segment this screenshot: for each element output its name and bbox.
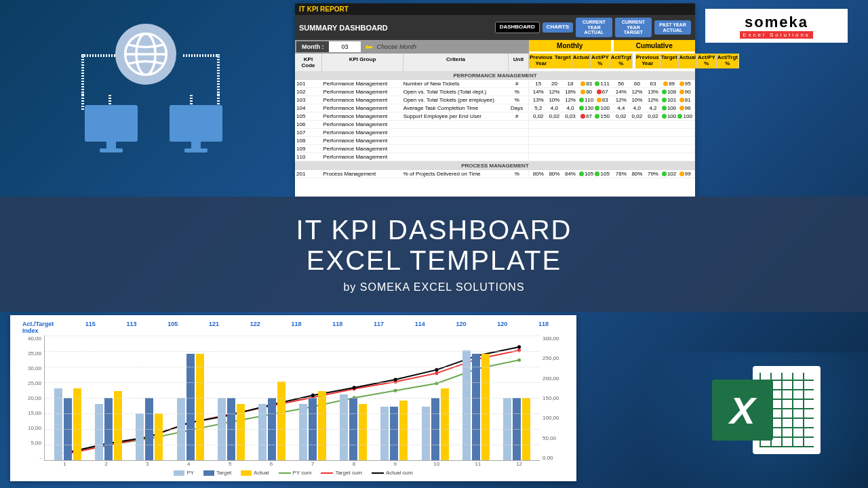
monitor-icon <box>170 105 222 152</box>
table-row: 104Performance ManagementAverage Task Co… <box>295 104 695 113</box>
table-row: 105Performance ManagementSupport Employe… <box>295 113 695 121</box>
arrow-left-icon: ⬅ <box>365 41 373 52</box>
col-criteria: Criteria <box>403 54 509 71</box>
month-value[interactable]: 03 <box>329 41 360 52</box>
col-target: Target <box>554 54 572 68</box>
col-kpi-group: KPI Group <box>322 54 403 71</box>
monthly-header: Monthly <box>529 40 611 52</box>
table-row: 201Process Management% of Projects Deliv… <box>295 170 695 178</box>
nav-cy-target[interactable]: CURRENT YEAR TARGET <box>615 18 652 37</box>
chart-panel: Act./Target Index 1151131051211221181181… <box>10 315 576 481</box>
col-act-trgt: Act/Trgt % <box>610 54 633 68</box>
index-label: Act./Target Index <box>22 321 70 334</box>
col-act-trgt: Act/Trgt % <box>717 54 739 68</box>
nav-py-actual[interactable]: PAST YEAR ACTUAL <box>654 20 691 35</box>
col-prev-year: Previous Year <box>635 54 660 68</box>
col-kpi-code: KPI Code <box>295 54 322 71</box>
overlay-line2: EXCEL TEMPLATE <box>307 245 561 276</box>
table-row: 101Performance ManagementNumber of New T… <box>295 80 695 88</box>
overlay-line3: by SOMEKA EXCEL SOLUTIONS <box>343 281 524 293</box>
nav-charts[interactable]: CHARTS <box>542 22 573 33</box>
col-act-py: Act/PY % <box>697 54 717 68</box>
excel-icon: X <box>712 359 821 461</box>
table-row: 106Performance Management <box>295 121 695 129</box>
network-icon <box>54 24 237 159</box>
report-label: IT KPI REPORT <box>299 5 349 13</box>
monitor-icon <box>85 105 138 152</box>
group-process: PROCESS MANAGEMENT <box>295 161 695 170</box>
y-axis-left: 40,0035,0030,0025,0020,0015,0010,005,00- <box>22 336 44 461</box>
cumulative-header: Cumulative <box>614 40 696 52</box>
table-row: 108Performance Management <box>295 137 695 145</box>
title-overlay: IT KPI DASHBOARD EXCEL TEMPLATE by SOMEK… <box>0 197 868 312</box>
col-actual: Actual <box>679 54 697 68</box>
y-axis-right: 300,00250,00200,00150,00100,0050,000,00 <box>540 336 564 461</box>
month-label: Month : <box>296 41 329 52</box>
overlay-line1: IT KPI DASHBOARD <box>296 215 572 245</box>
nav-dashboard[interactable]: DASHBOARD <box>495 22 540 33</box>
col-act-py: Act/PY % <box>591 54 610 68</box>
col-target: Target <box>660 54 679 68</box>
col-actual: Actual <box>572 54 591 68</box>
dashboard-title: SUMMARY DASHBOARD <box>299 24 388 32</box>
month-hint: Choose Month <box>377 43 417 50</box>
table-row: 109Performance Management <box>295 145 695 153</box>
chart-plot <box>44 336 540 461</box>
table-row: 102Performance ManagementOpen vs. Total … <box>295 88 695 96</box>
nav-cy-actual[interactable]: CURRENT YEAR ACTUAL <box>576 18 612 37</box>
dashboard-panel: IT KPI REPORT SUMMARY DASHBOARD DASHBOAR… <box>295 3 695 197</box>
chart-legend: PY Target Actual PY cum Target cum Actua… <box>22 470 564 476</box>
globe-icon <box>115 24 176 85</box>
col-unit: Unit <box>509 54 529 71</box>
group-performance: PERFORMANCE MANAGEMENT <box>295 71 695 80</box>
brand-logo: somekaExcel Solutions <box>705 9 848 43</box>
table-row: 103Performance ManagementOpen vs. Total … <box>295 96 695 104</box>
col-prev-year: Previous Year <box>529 54 554 68</box>
table-row: 110Performance Management <box>295 153 695 161</box>
table-row: 107Performance Management <box>295 129 695 137</box>
